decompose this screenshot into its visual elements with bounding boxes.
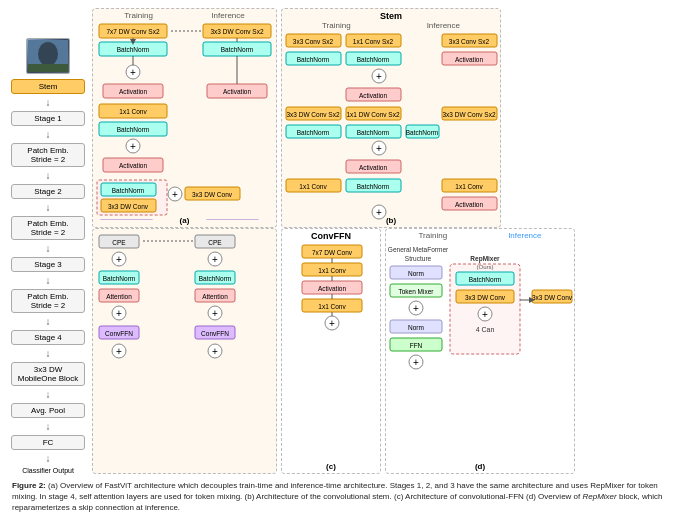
svg-text:+: + [482,309,488,320]
svg-text:+: + [413,357,419,368]
svg-text:+: + [116,254,122,265]
svg-text:BatchNorm: BatchNorm [357,129,390,136]
caption-text: (a) Overview of FastViT architecture whi… [12,481,663,512]
svg-text:BatchNorm: BatchNorm [357,56,390,63]
svg-text:+: + [130,141,136,152]
svg-text:+: + [376,71,382,82]
svg-text:BatchNorm: BatchNorm [117,126,150,133]
svg-text:FFN: FFN [410,342,423,349]
diagram-b-subtitles: Training Inference [284,21,498,30]
stage1-box: Stage 1 [11,111,85,126]
svg-rect-3 [28,64,68,72]
arrow-7: ↓ [46,316,51,327]
svg-text:Activation: Activation [359,92,388,99]
arrow-10: ↓ [46,421,51,432]
diagram-d-inference-label: Inference [508,231,541,240]
svg-text:3x3 DW Conv Sx2: 3x3 DW Conv Sx2 [442,111,495,118]
svg-text:+: + [376,143,382,154]
diagram-a-bottom-svg: CPE CPE + + BatchNorm BatchNorm [95,231,276,371]
svg-text:RepMixer: RepMixer [470,255,500,263]
fc-box: FC [11,435,85,450]
svg-text:(Ours): (Ours) [477,264,494,270]
svg-text:BatchNorm: BatchNorm [103,275,136,282]
svg-text:Activation: Activation [119,88,148,95]
svg-text:3x3 DW Conv: 3x3 DW Conv [108,203,149,210]
diagram-c-svg: 7x7 DW Conv 1x1 Conv Activation 1x1 Conv… [284,241,380,381]
diagrams-container: Training Inference 7x7 DW Conv Sx2 3x3 D… [92,8,677,474]
diagram-c-title: ConvFFN [284,231,378,241]
bottom-diagrams: CPE CPE + + BatchNorm BatchNorm [92,228,677,474]
arrow-8: ↓ [46,348,51,359]
diagram-d-training-label: Training [419,231,448,240]
diagram-b-inference-label: Inference [427,21,460,30]
stem-box: Stem [11,79,85,94]
arrow-11: ↓ [46,453,51,464]
svg-text:General MetaFormer: General MetaFormer [388,246,449,253]
svg-text:Activation: Activation [119,162,148,169]
svg-text:CPE: CPE [208,239,222,246]
svg-text:3x3 DW Conv: 3x3 DW Conv [532,294,573,301]
svg-text:Activation: Activation [455,56,484,63]
arrow-2: ↓ [46,129,51,140]
patch-emb-3: Patch Emb. Stride = 2 [11,289,85,313]
svg-text:BatchNorm: BatchNorm [112,187,145,194]
svg-text:+: + [413,303,419,314]
svg-text:BatchNorm: BatchNorm [297,56,330,63]
svg-text:1x1 Conv: 1x1 Conv [318,303,346,310]
arrow-9: ↓ [46,389,51,400]
diagram-c: ConvFFN 7x7 DW Conv 1x1 Conv Activation … [281,228,381,474]
diagram-a: Training Inference 7x7 DW Conv Sx2 3x3 D… [92,8,277,228]
diagram-c-label: (c) [326,462,336,471]
arrow-3: ↓ [46,170,51,181]
main-container: Stem ↓ Stage 1 ↓ Patch Emb. Stride = 2 ↓… [0,0,685,516]
svg-text:Token Mixer: Token Mixer [398,288,434,295]
svg-text:+: + [212,308,218,319]
svg-text:+: + [329,318,335,329]
svg-text:+: + [212,346,218,357]
diagram-b: Stem Training Inference 3x3 Conv Sx2 1x1… [281,8,501,228]
diagram-a-svg: 7x7 DW Conv Sx2 3x3 DW Conv Sx2 BatchNor… [95,22,276,220]
svg-text:BatchNorm: BatchNorm [221,46,254,53]
svg-text:Attention: Attention [202,293,228,300]
svg-text:BatchNorm: BatchNorm [199,275,232,282]
svg-point-1 [38,42,58,66]
svg-text:Activation: Activation [455,201,484,208]
arrow-1: ↓ [46,97,51,108]
avg-pool-box: Avg. Pool [11,403,85,418]
top-diagrams: Training Inference 7x7 DW Conv Sx2 3x3 D… [92,8,677,228]
svg-text:+: + [116,308,122,319]
svg-text:+: + [116,346,122,357]
svg-text:7x7 DW Conv: 7x7 DW Conv [312,249,353,256]
svg-text:CPE: CPE [112,239,126,246]
svg-text:1x1 Conv Sx2: 1x1 Conv Sx2 [353,38,394,45]
arrow-6: ↓ [46,275,51,286]
diagram-b-title: Stem [284,11,498,21]
left-pipeline: Stem ↓ Stage 1 ↓ Patch Emb. Stride = 2 ↓… [8,8,88,474]
svg-text:+: + [130,67,136,78]
diagram-d: Training Inference General MetaFormer St… [385,228,575,474]
diagram-d-svg: General MetaFormer Structure Norm Token … [388,242,574,378]
svg-text:+: + [212,254,218,265]
diagram-b-svg: 3x3 Conv Sx2 1x1 Conv Sx2 3x3 Conv Sx2 B… [284,32,500,228]
diagram-a-bottom: CPE CPE + + BatchNorm BatchNorm [92,228,277,474]
svg-text:+: + [376,207,382,218]
stage3-box: Stage 3 [11,257,85,272]
svg-text:3x3 DW Conv Sx2: 3x3 DW Conv Sx2 [286,111,339,118]
svg-text:1x1 Conv: 1x1 Conv [299,183,327,190]
svg-text:3x3 Conv Sx2: 3x3 Conv Sx2 [449,38,490,45]
diagram-a-label: (a) [180,216,190,225]
diagram-d-subtitles: Training Inference [388,231,572,240]
svg-text:BatchNorm: BatchNorm [117,46,150,53]
patch-emb-1: Patch Emb. Stride = 2 [11,143,85,167]
svg-text:3x3 DW Conv Sx2: 3x3 DW Conv Sx2 [210,28,263,35]
patch-emb-2: Patch Emb. Stride = 2 [11,216,85,240]
svg-text:BatchNorm: BatchNorm [297,129,330,136]
svg-text:3x3 Conv Sx2: 3x3 Conv Sx2 [293,38,334,45]
svg-text:1x1 Conv: 1x1 Conv [119,108,147,115]
svg-text:+: + [172,189,178,200]
diagram-a-inference-label: Inference [211,11,244,20]
svg-text:Attention: Attention [106,293,132,300]
svg-text:ConvFFN: ConvFFN [105,330,133,337]
diagram-b-training-label: Training [322,21,351,30]
classifier-output-label: Classifier Output [22,467,74,474]
